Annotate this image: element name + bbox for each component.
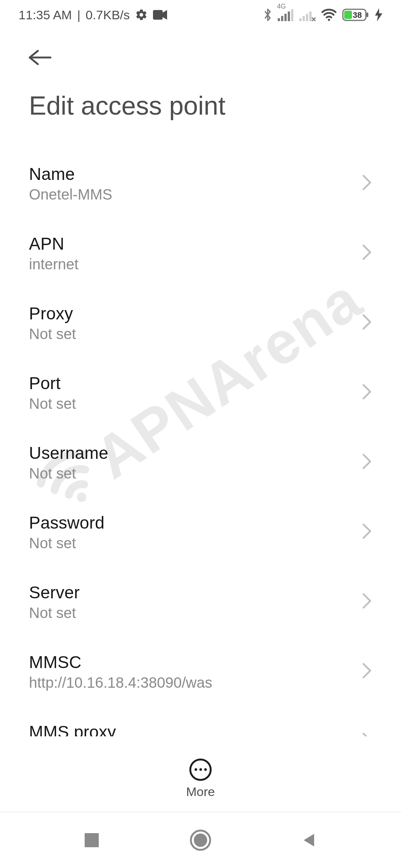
row-value: Not set xyxy=(29,395,76,412)
svg-marker-15 xyxy=(375,8,382,22)
settings-list: Name Onetel-MMS APN internet Proxy Not s… xyxy=(0,148,401,736)
nav-home-button[interactable] xyxy=(186,825,215,855)
svg-rect-18 xyxy=(85,833,99,847)
chevron-right-icon xyxy=(362,383,372,402)
chevron-right-icon xyxy=(362,453,372,471)
row-port[interactable]: Port Not set xyxy=(0,358,401,427)
nav-recent-button[interactable] xyxy=(77,825,107,855)
chevron-right-icon xyxy=(362,662,372,681)
row-label: Password xyxy=(29,513,105,533)
page-title: Edit access point xyxy=(29,91,225,121)
row-apn[interactable]: APN internet xyxy=(0,218,401,288)
cellular-4g-icon: 4G xyxy=(278,9,294,21)
camera-icon xyxy=(153,10,167,20)
row-name[interactable]: Name Onetel-MMS xyxy=(0,148,401,218)
chevron-right-icon xyxy=(362,313,372,332)
battery-icon: 38 xyxy=(342,8,370,22)
svg-rect-13 xyxy=(344,11,352,19)
svg-rect-6 xyxy=(291,9,293,21)
row-label: Port xyxy=(29,373,76,393)
row-label: Server xyxy=(29,582,80,602)
row-value: Not set xyxy=(29,535,105,552)
svg-point-11 xyxy=(328,19,330,21)
row-label: Name xyxy=(29,164,113,184)
arrow-left-icon xyxy=(28,49,53,66)
cellular-nosim-icon xyxy=(299,9,316,21)
status-separator: | xyxy=(77,8,81,22)
system-nav-bar xyxy=(0,812,401,868)
square-icon xyxy=(83,832,100,849)
dot-icon xyxy=(195,768,197,771)
triangle-left-icon xyxy=(301,832,318,849)
status-time: 11:35 AM xyxy=(19,8,72,22)
row-label: Username xyxy=(29,443,108,463)
svg-marker-21 xyxy=(304,834,314,846)
row-label: MMS proxy xyxy=(29,722,116,737)
svg-rect-14 xyxy=(366,13,368,17)
row-username[interactable]: Username Not set xyxy=(0,427,401,497)
row-value: Onetel-MMS xyxy=(29,186,113,203)
svg-rect-7 xyxy=(299,18,301,21)
svg-rect-8 xyxy=(303,16,305,21)
row-value: internet xyxy=(29,256,78,273)
gear-icon xyxy=(135,9,148,21)
svg-rect-4 xyxy=(284,14,287,21)
chevron-right-icon xyxy=(362,732,372,736)
bluetooth-icon xyxy=(263,7,273,22)
svg-rect-0 xyxy=(153,10,163,20)
more-bar: More xyxy=(0,746,401,812)
row-label: APN xyxy=(29,234,78,254)
row-label: MMSC xyxy=(29,652,212,672)
row-value: http://10.16.18.4:38090/was xyxy=(29,674,212,691)
circle-icon xyxy=(190,829,211,851)
row-password[interactable]: Password Not set xyxy=(0,497,401,567)
status-right: 4G 38 xyxy=(263,7,382,22)
back-button[interactable] xyxy=(28,43,58,72)
dot-icon xyxy=(204,768,207,771)
svg-rect-5 xyxy=(288,11,290,21)
wifi-icon xyxy=(321,8,337,22)
row-value: Not set xyxy=(29,465,108,482)
svg-rect-10 xyxy=(309,11,312,21)
charging-icon xyxy=(375,8,382,22)
row-server[interactable]: Server Not set xyxy=(0,567,401,637)
row-proxy[interactable]: Proxy Not set xyxy=(0,288,401,358)
nav-back-button[interactable] xyxy=(294,825,324,855)
dot-icon xyxy=(199,768,202,771)
svg-rect-2 xyxy=(278,18,280,21)
svg-rect-9 xyxy=(306,14,308,21)
more-label: More xyxy=(186,785,215,799)
row-mmsproxy[interactable]: MMS proxy 10.16.18.77 xyxy=(0,706,401,736)
svg-point-20 xyxy=(194,834,207,847)
chevron-right-icon xyxy=(362,244,372,262)
svg-rect-3 xyxy=(281,16,283,21)
chevron-right-icon xyxy=(362,523,372,541)
svg-marker-1 xyxy=(163,10,167,20)
row-label: Proxy xyxy=(29,303,76,323)
more-button[interactable] xyxy=(189,759,212,781)
row-value: Not set xyxy=(29,326,76,342)
status-left: 11:35 AM | 0.7KB/s xyxy=(19,8,167,22)
row-mmsc[interactable]: MMSC http://10.16.18.4:38090/was xyxy=(0,637,401,706)
status-bar: 11:35 AM | 0.7KB/s 4G xyxy=(0,0,401,30)
status-rate: 0.7KB/s xyxy=(86,8,130,22)
chevron-right-icon xyxy=(362,592,372,611)
chevron-right-icon xyxy=(362,174,372,193)
row-value: Not set xyxy=(29,605,80,621)
